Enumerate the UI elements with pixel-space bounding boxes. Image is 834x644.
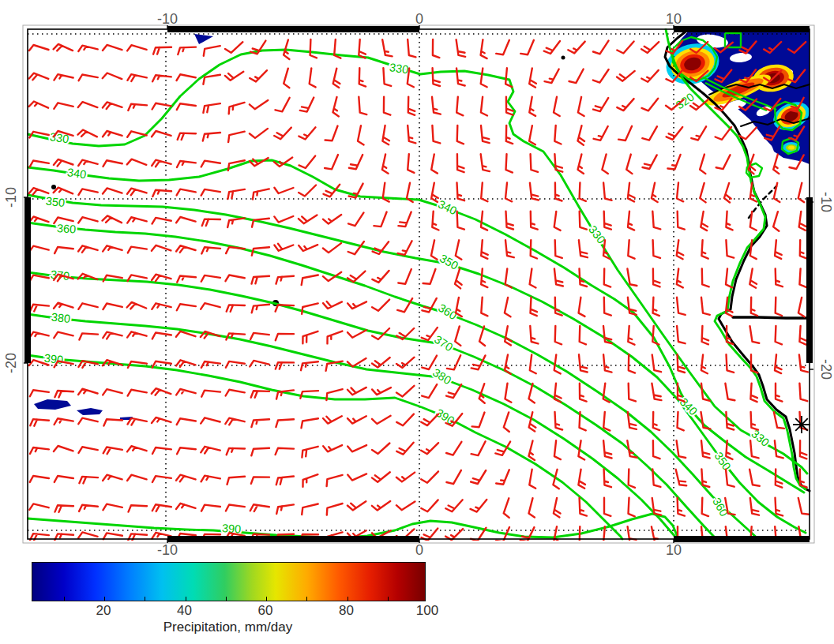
colorbar-minor-tick (266, 597, 267, 601)
colorbar-minor-tick (226, 597, 227, 601)
axis-label-top: 0 (415, 11, 423, 27)
colorbar-tick-label: 60 (258, 603, 273, 619)
axis-label-top: -10 (157, 11, 178, 27)
colorbar-tick-label: 40 (177, 603, 192, 619)
colorbar-minor-tick (348, 597, 348, 601)
axis-label-left: -10 (3, 187, 19, 208)
colorbar-minor-tick (186, 597, 186, 601)
axis-label-bottom: 0 (415, 542, 423, 558)
colorbar-minor-tick (388, 597, 389, 601)
colorbar-minor-tick (306, 597, 307, 601)
weather-map-page: 15102718, 090 hour forecast for 975mb Z,… (0, 0, 834, 644)
precipitation-colorbar (32, 562, 426, 601)
axis-label-top: 10 (666, 11, 682, 27)
forecast-map: 3303303303303403403403503503503603603603… (0, 0, 834, 560)
contour-label: 360 (56, 222, 76, 236)
colorbar-tick-label: 80 (339, 603, 354, 619)
station-marker (793, 416, 810, 433)
contour-label: 380 (51, 311, 71, 325)
contour-label: 330 (389, 61, 409, 76)
colorbar-minor-tick (64, 597, 65, 601)
colorbar-tick-label: 100 (416, 603, 438, 619)
contour-label: 340 (66, 166, 87, 181)
contour-label: 350 (45, 195, 66, 209)
colorbar-minor-tick (104, 597, 105, 601)
colorbar-tick-label: 20 (96, 603, 111, 619)
axis-label-right: -10 (818, 192, 834, 212)
axis-label-bottom: 10 (666, 542, 682, 558)
colorbar-minor-tick (145, 597, 145, 601)
axis-label-bottom: -10 (157, 542, 178, 558)
axis-label-left: -20 (3, 353, 19, 373)
colorbar-caption: Precipitation, mm/day (32, 620, 424, 635)
axis-label-right: -20 (818, 359, 834, 380)
